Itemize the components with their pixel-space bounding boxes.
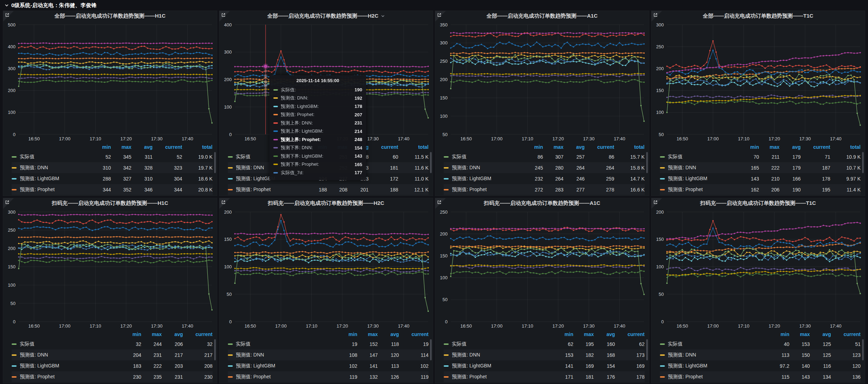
legend-series-name[interactable]: 预测值: LightGBM [660,176,737,182]
time-series-chart[interactable]: 5010015020025030035016:5017:0017:1017:20… [435,21,649,143]
legend-series-name[interactable]: 预测值: DNN [228,352,335,358]
legend-column-header-current[interactable]: current [153,144,182,150]
panel-title[interactable]: 扫码充——启动充电成功订单数趋势预测——A1C [435,198,649,208]
legend-column-header-current[interactable]: current [399,331,429,337]
legend-column-header-current[interactable]: current [801,144,830,150]
legend-scrollbar[interactable] [646,339,648,360]
time-series-chart[interactable]: 010020030040050016:5017:0017:1017:2017:3… [3,21,217,143]
external-link-icon[interactable] [221,200,226,206]
chart-area[interactable]: 05010015020025030016:5017:0017:1017:2017… [3,208,217,330]
legend-column-header-current[interactable]: current [369,144,398,150]
time-series-chart[interactable]: 05010015020025016:5017:0017:1017:2017:30… [435,208,649,330]
legend-column-header-min[interactable]: min [335,331,357,337]
legend-series-name[interactable]: 预测值: DNN [660,352,767,358]
legend-series-name[interactable]: 预测值: LightGBM [444,176,521,182]
legend-scrollbar[interactable] [430,339,432,360]
legend-column-header-avg[interactable]: avg [162,331,183,337]
legend-series-name[interactable]: 实际值 [660,341,767,347]
legend-series-name[interactable]: 预测值: LightGBM [12,176,89,182]
legend-series-name[interactable]: 预测值: Prophet [660,187,737,193]
legend-column-header-max[interactable]: max [357,331,378,337]
legend-scrollbar[interactable] [646,152,648,173]
external-link-icon[interactable] [653,200,658,206]
time-series-chart[interactable]: 05010015020025030016:5017:0017:1017:2017… [3,208,217,330]
external-link-icon[interactable] [653,12,658,19]
legend-series-name[interactable]: 预测值: LightGBM [444,363,551,369]
legend-column-header-min[interactable]: min [736,144,759,150]
legend-column-header-min[interactable]: min [521,144,543,150]
legend-column-header-min[interactable]: min [767,331,789,337]
time-series-chart[interactable]: 05010015020016:5017:0017:1017:2017:3017:… [651,208,865,330]
legend-series-name[interactable]: 实际值 [12,154,89,160]
chart-area[interactable]: 010020030040050016:5017:0017:1017:2017:3… [3,21,217,143]
panel-menu-chevron-icon[interactable] [381,13,385,19]
legend-column-header-total[interactable]: total [614,144,645,150]
legend-column-header-avg[interactable]: avg [378,331,399,337]
legend-column-header-current[interactable]: current [831,331,861,337]
legend-scrollbar[interactable] [862,152,864,173]
legend-column-header-total[interactable]: total [830,144,861,150]
legend-series-name[interactable]: 预测值: Prophet [228,374,335,380]
external-link-icon[interactable] [221,12,226,19]
panel-title[interactable]: 全部——启动充电成功订单数趋势预测——T1C [651,11,865,21]
legend-series-name[interactable]: 预测值: DNN [12,352,119,358]
legend-column-header-max[interactable]: max [573,331,594,337]
legend-column-header-avg[interactable]: avg [810,331,831,337]
chart-area[interactable]: 05010015020016:5017:0017:1017:2017:3017:… [651,208,865,330]
legend-scrollbar[interactable] [430,152,432,173]
legend-column-header-total[interactable]: total [182,144,213,150]
legend-column-header-total[interactable]: total [398,144,429,150]
panel-title[interactable]: 全部——启动充电成功订单数趋势预测——A1C [435,11,649,21]
legend-scrollbar[interactable] [214,152,216,173]
legend-series-name[interactable]: 实际值 [444,154,521,160]
panel-title[interactable]: 全部——启动充电成功订单数趋势预测——H1C [3,11,217,21]
legend-column-header-avg[interactable]: avg [594,331,615,337]
legend-series-name[interactable]: 预测值: LightGBM [12,363,119,369]
legend-series-name[interactable]: 预测值: Prophet [444,187,521,193]
panel-title[interactable]: 扫码充——启动充电成功订单数趋势预测——T1C [651,198,865,208]
legend-column-header-min[interactable]: min [551,331,573,337]
legend-series-name[interactable]: 预测值: Prophet [12,374,119,380]
external-link-icon[interactable] [5,12,10,19]
legend-column-header-avg[interactable]: avg [564,144,585,150]
legend-column-header-min[interactable]: min [119,331,141,337]
legend-column-header-avg[interactable]: avg [779,144,801,150]
panel-title[interactable]: 扫码充——启动充电成功订单数趋势预测——H2C [219,198,433,208]
chart-area[interactable]: 5010015020025030016:5017:0017:1017:2017:… [651,21,865,143]
legend-column-header-max[interactable]: max [141,331,162,337]
legend-column-header-max[interactable]: max [111,144,132,150]
legend-column-header-current[interactable]: current [585,144,614,150]
panel-title[interactable]: 扫码充——启动充电成功订单数趋势预测——H1C [3,198,217,208]
chart-area[interactable]: 05010015020016:5017:0017:1017:2017:3017:… [219,208,433,330]
legend-series-name[interactable]: 预测值: DNN [12,165,89,171]
legend-series-name[interactable]: 预测值: LightGBM [660,363,767,369]
chart-area[interactable]: 5010015020025030035016:5017:0017:1017:20… [435,21,649,143]
legend-series-name[interactable]: 预测值: DNN [444,352,551,358]
legend-series-name[interactable]: 预测值: DNN [444,165,521,171]
legend-series-name[interactable]: 预测值: Prophet [660,374,767,380]
external-link-icon[interactable] [437,200,442,206]
legend-series-name[interactable]: 实际值 [444,341,551,347]
time-series-chart[interactable]: 5010015020025030016:5017:0017:1017:2017:… [651,21,865,143]
legend-scrollbar[interactable] [214,339,216,360]
legend-column-header-max[interactable]: max [543,144,564,150]
legend-series-name[interactable]: 预测值: Prophet [12,187,89,193]
external-link-icon[interactable] [437,12,442,19]
time-series-chart[interactable]: 05010015020016:5017:0017:1017:2017:3017:… [219,208,433,330]
legend-column-header-max[interactable]: max [759,144,779,150]
legend-series-name[interactable]: 实际值 [12,341,119,347]
legend-series-name[interactable]: 预测值: Prophet [444,374,551,380]
legend-series-name[interactable]: 实际值 [228,341,335,347]
chart-area[interactable]: 05010015020025016:5017:0017:1017:2017:30… [435,208,649,330]
legend-column-header-current[interactable]: current [615,331,645,337]
legend-column-header-avg[interactable]: avg [132,144,153,150]
dashboard-row-header[interactable]: 0级系统-启动充电：朱伟健、李俊锋 [0,0,868,11]
legend-column-header-max[interactable]: max [789,331,810,337]
panel-title[interactable]: 全部——启动充电成功订单数趋势预测——H2C [219,11,433,21]
legend-series-name[interactable]: 预测值: Prophet [228,187,305,193]
legend-column-header-current[interactable]: current [183,331,213,337]
legend-series-name[interactable]: 实际值 [660,154,737,160]
legend-series-name[interactable]: 预测值: DNN [660,165,737,171]
legend-scrollbar[interactable] [862,339,864,360]
legend-column-header-min[interactable]: min [89,144,111,150]
